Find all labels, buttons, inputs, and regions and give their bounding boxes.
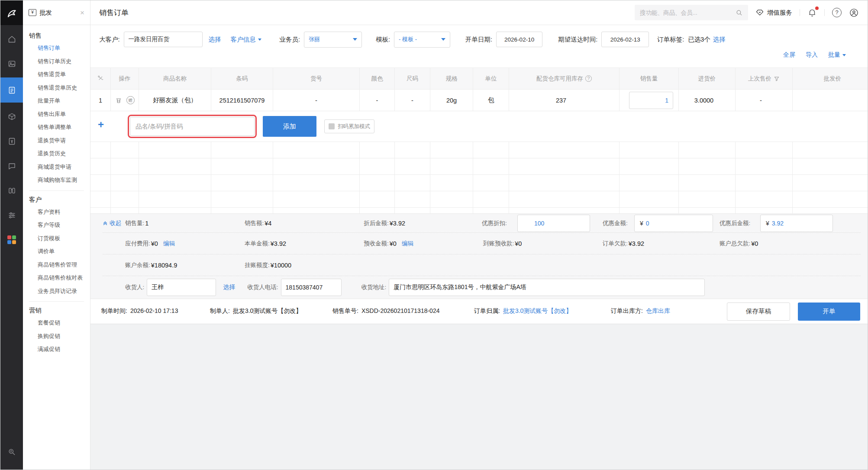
order-grid: 操作 商品名称 条码 货号 颜色 尺码 规格 单位 配货仓库可用库存? 销售量 … bbox=[90, 68, 868, 213]
chevron-down-icon bbox=[842, 54, 846, 56]
column-settings[interactable] bbox=[90, 68, 111, 90]
order-date-input[interactable] bbox=[496, 32, 542, 47]
header-operation: 操作 bbox=[111, 68, 139, 90]
fullscreen-link[interactable]: 全屏 bbox=[783, 51, 795, 59]
address-input[interactable] bbox=[389, 279, 705, 296]
batch-link[interactable]: 批量 bbox=[828, 51, 846, 59]
search-list-icon[interactable] bbox=[0, 441, 23, 463]
after-discount-label: 优惠后金额: bbox=[720, 219, 750, 227]
sidebar-item-mall-cart-monitor[interactable]: 商城购物车监测 bbox=[23, 174, 90, 187]
package-icon[interactable] bbox=[0, 106, 23, 127]
double-chevron-up-icon bbox=[103, 221, 108, 226]
order-amount-label: 本单金额: bbox=[245, 240, 270, 248]
tags-select-link[interactable]: 选择 bbox=[713, 35, 726, 44]
trash-icon[interactable] bbox=[115, 97, 123, 104]
module-tab-label: 批发 bbox=[39, 9, 52, 17]
filter-icon[interactable] bbox=[774, 76, 780, 82]
sidebar-item-order-template[interactable]: 订货模板 bbox=[23, 232, 90, 245]
sidebar-item-sales-order-history[interactable]: 销售订单历史 bbox=[23, 55, 90, 68]
help-icon[interactable]: ? bbox=[585, 75, 592, 82]
sidebar-item-price-adjust[interactable]: 调价单 bbox=[23, 245, 90, 258]
sales-amount-label: 销售额: bbox=[245, 219, 264, 227]
header-spec: 规格 bbox=[430, 68, 473, 90]
sidebar-item-sales-adjust[interactable]: 销售单调整单 bbox=[23, 121, 90, 134]
apps-color-grid-icon[interactable] bbox=[0, 229, 23, 251]
consignee-select-link[interactable]: 选择 bbox=[223, 283, 235, 291]
collapse-link[interactable]: 收起 bbox=[103, 219, 121, 227]
sidebar-item-sale-price-mgmt[interactable]: 商品销售价管理 bbox=[23, 258, 90, 272]
sidebar-item-mall-return[interactable]: 商城退货申请 bbox=[23, 161, 90, 174]
sidebar-item-sale-price-check[interactable]: 商品销售价核对表 bbox=[23, 271, 90, 285]
cell-product-name: 好丽友派（包） bbox=[139, 90, 211, 111]
add-row-plus-icon[interactable]: + bbox=[95, 119, 107, 131]
owner-value-link[interactable]: 批发3.0测试账号【勿改】 bbox=[503, 307, 572, 314]
customer-info-link[interactable]: 客户信息 bbox=[231, 35, 261, 44]
sidebar-item-exchange-history[interactable]: 退换货历史 bbox=[23, 147, 90, 161]
header-last-price: 上次售价 bbox=[736, 68, 793, 90]
module-tab[interactable]: ¥ 批发 × bbox=[23, 0, 90, 25]
sidebar-item-customer-level[interactable]: 客户等级 bbox=[23, 219, 90, 232]
header-product-name: 商品名称 bbox=[139, 68, 211, 90]
expected-date-input[interactable] bbox=[601, 32, 649, 47]
sidebar-item-sales-return-history[interactable]: 销售退货单历史 bbox=[23, 81, 90, 95]
divider bbox=[800, 9, 800, 16]
checkbox-icon[interactable] bbox=[329, 123, 335, 129]
payable-fee-edit-link[interactable]: 编辑 bbox=[163, 240, 175, 248]
salesman-select[interactable]: 张丽 bbox=[304, 32, 362, 48]
sidebar-item-combo-promo[interactable]: 套餐促销 bbox=[23, 316, 90, 330]
sidebar-item-discount-promo[interactable]: 满减促销 bbox=[23, 343, 90, 356]
sidebar-item-exchange-request[interactable]: 退换货申请 bbox=[23, 134, 90, 148]
topbar: 销售订单 增值服务 ? bbox=[90, 0, 868, 25]
header-stock: 配货仓库可用库存? bbox=[509, 68, 620, 90]
search-input[interactable] bbox=[640, 10, 736, 16]
vas-gem-icon bbox=[755, 8, 764, 17]
logo-icon[interactable] bbox=[0, 0, 23, 25]
save-draft-button[interactable]: 保存草稿 bbox=[727, 303, 790, 321]
cell-unit: 包 bbox=[473, 90, 509, 111]
add-button[interactable]: 添加 bbox=[263, 116, 316, 137]
after-discount-input[interactable]: ¥3.92 bbox=[760, 215, 833, 232]
chevron-down-icon bbox=[353, 38, 357, 41]
product-search-input[interactable] bbox=[130, 117, 255, 136]
sidebar-item-sales-order[interactable]: 销售订单 bbox=[23, 42, 90, 55]
global-search[interactable] bbox=[635, 5, 748, 20]
template-select[interactable]: - 模板 - bbox=[394, 32, 450, 48]
outbound-value-link[interactable]: 仓库出库 bbox=[646, 307, 670, 314]
sidebar-item-sales-outbound[interactable]: 销售出库单 bbox=[23, 108, 90, 121]
prepay-edit-link[interactable]: 编辑 bbox=[402, 240, 413, 248]
scan-accumulate-toggle[interactable]: 扫码累加模式 bbox=[324, 119, 374, 133]
phone-input[interactable] bbox=[281, 279, 342, 296]
invoice-icon[interactable] bbox=[0, 130, 23, 152]
orders-icon[interactable] bbox=[0, 77, 23, 103]
help-icon[interactable]: ? bbox=[832, 8, 842, 17]
customer-input[interactable] bbox=[124, 32, 203, 47]
sidebar-item-sales-return[interactable]: 销售退货单 bbox=[23, 68, 90, 81]
sidebar-item-salesman-visit[interactable]: 业务员拜访记录 bbox=[23, 285, 90, 298]
main-area: 销售订单 增值服务 ? bbox=[90, 0, 868, 470]
consignee-input[interactable] bbox=[147, 279, 216, 296]
import-link[interactable]: 导入 bbox=[806, 51, 818, 59]
qty-input[interactable]: 1 bbox=[629, 92, 673, 109]
submit-order-button[interactable]: 开单 bbox=[798, 303, 860, 321]
gift-badge-icon[interactable]: 赠 bbox=[126, 96, 135, 104]
sidebar-item-customer-info[interactable]: 客户资料 bbox=[23, 206, 90, 219]
home-icon[interactable] bbox=[0, 28, 23, 50]
sliders-icon[interactable] bbox=[0, 204, 23, 226]
binoculars-icon[interactable] bbox=[0, 180, 23, 201]
user-icon[interactable] bbox=[849, 8, 859, 18]
sidebar-item-batch-billing[interactable]: 批量开单 bbox=[23, 94, 90, 108]
chat-icon[interactable] bbox=[0, 155, 23, 177]
search-icon[interactable] bbox=[736, 9, 743, 16]
discount-rate-input[interactable]: 100 bbox=[517, 215, 590, 232]
yen-badge-icon: ¥ bbox=[29, 9, 36, 16]
value-added-services[interactable]: 增值服务 bbox=[755, 8, 792, 17]
filter-bar: 大客户: 选择 客户信息 业务员: 张丽 模板: - 模板 - 开单日期: 期望… bbox=[90, 25, 868, 68]
bell-icon[interactable] bbox=[807, 8, 817, 17]
sidebar-item-exchange-promo[interactable]: 换购促销 bbox=[23, 330, 90, 343]
discount-amount-input[interactable]: ¥0 bbox=[634, 215, 713, 232]
sales-amount-value: ¥4 bbox=[265, 220, 271, 227]
customer-select-link[interactable]: 选择 bbox=[209, 35, 221, 44]
close-icon[interactable]: × bbox=[80, 9, 84, 16]
gallery-icon[interactable] bbox=[0, 53, 23, 74]
order-no-value: XSDD-20260210171318-024 bbox=[361, 307, 440, 314]
